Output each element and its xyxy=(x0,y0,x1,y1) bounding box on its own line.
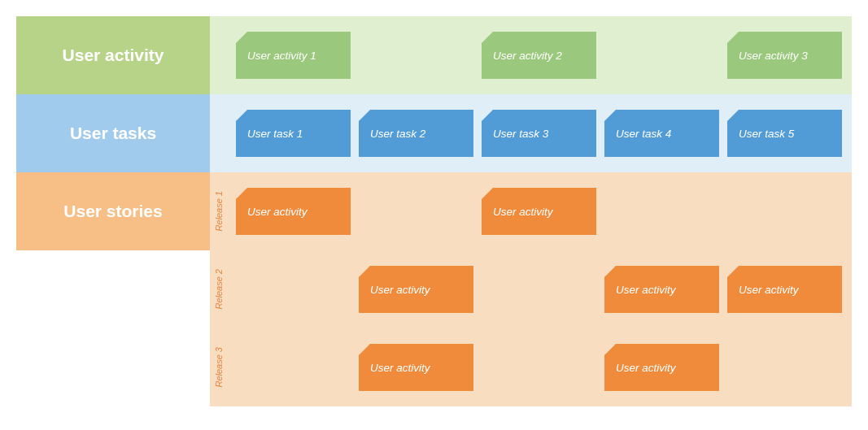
row-body-activity: User activity 1 User activity 2 User act… xyxy=(210,16,852,94)
task-card: User task 3 xyxy=(482,110,596,157)
story-card: User activity xyxy=(604,344,719,391)
row-body-tasks: User task 1 User task 2 User task 3 User… xyxy=(210,94,852,172)
activity-card: User activity 2 xyxy=(482,32,596,79)
empty-left xyxy=(16,250,210,406)
row-label-activity: User activity xyxy=(16,16,210,94)
release-row: Release 3 User activity User activity xyxy=(210,328,852,406)
task-card: User task 4 xyxy=(604,110,719,157)
story-card: User activity xyxy=(727,266,842,313)
row-label-tasks: User tasks xyxy=(16,94,210,172)
release-label: Release 3 xyxy=(214,347,224,388)
task-card: User task 5 xyxy=(727,110,842,157)
release-label: Release 1 xyxy=(214,191,224,232)
user-story-map: User activity User activity 1 User activ… xyxy=(16,16,852,406)
story-card: User activity xyxy=(604,266,719,313)
release-row: Release 2 User activity User activity Us… xyxy=(210,250,852,328)
task-card: User task 2 xyxy=(359,110,473,157)
story-card: User activity xyxy=(359,344,473,391)
activity-card: User activity 3 xyxy=(727,32,842,79)
row-label-stories: User stories xyxy=(16,172,210,250)
task-card: User task 1 xyxy=(236,110,351,157)
activity-card: User activity 1 xyxy=(236,32,351,79)
story-card: User activity xyxy=(359,266,473,313)
story-card: User activity xyxy=(482,188,596,235)
story-card: User activity xyxy=(236,188,351,235)
release-label: Release 2 xyxy=(214,269,224,310)
release-row: Release 1 User activity User activity xyxy=(210,172,852,250)
